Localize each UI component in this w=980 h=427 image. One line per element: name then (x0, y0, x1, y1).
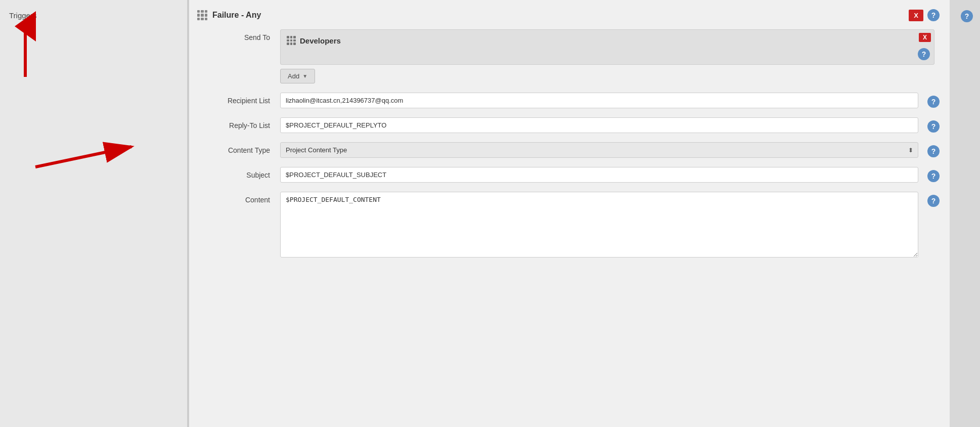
recipient-list-row: Recipient List ? (199, 93, 940, 108)
subject-label: Subject (199, 167, 280, 179)
recipient-list-control (280, 93, 918, 108)
content-label: Content (199, 192, 280, 204)
svg-line-3 (35, 147, 131, 167)
arrow-right-icon (30, 137, 142, 177)
content-control: $PROJECT_DEFAULT_CONTENT (280, 192, 918, 260)
left-panel: Triggers (0, 0, 187, 427)
send-to-card: Developers X ? (280, 29, 934, 65)
reply-to-help-circle[interactable]: ? (927, 120, 940, 133)
recipient-list-label: Recipient List (199, 93, 280, 105)
reply-to-label: Reply-To List (199, 117, 280, 130)
developers-name: Developers (300, 36, 341, 45)
recipient-list-input[interactable] (280, 93, 918, 108)
reply-to-input[interactable] (280, 117, 918, 133)
subject-row: Subject ? (199, 167, 940, 183)
send-to-item: Developers (287, 36, 928, 45)
reply-to-control (280, 117, 918, 133)
arrow-up-icon (15, 21, 46, 82)
right-help-panel: ? (950, 0, 980, 427)
content-textarea[interactable]: $PROJECT_DEFAULT_CONTENT (280, 192, 918, 258)
subject-control (280, 167, 918, 183)
content-type-help-circle[interactable]: ? (927, 145, 940, 157)
send-to-close-button[interactable]: X (919, 33, 931, 42)
content-type-help-icon[interactable]: ? (923, 145, 940, 157)
reply-to-help-icon[interactable]: ? (923, 120, 940, 133)
form-body: Send To Developers X ? Add (189, 29, 950, 279)
content-help-icon[interactable]: ? (923, 195, 940, 207)
content-row: Content $PROJECT_DEFAULT_CONTENT ? (199, 192, 940, 260)
panel-header: Failure - Any X ? (189, 0, 950, 29)
content-type-control: Project Content Type ⬍ (280, 142, 918, 158)
recipient-help-circle[interactable]: ? (927, 96, 940, 108)
content-type-select[interactable]: Project Content Type (280, 142, 918, 158)
send-to-help-icon[interactable]: ? (918, 48, 930, 60)
panel-help-icon[interactable]: ? (927, 9, 940, 21)
subject-input[interactable] (280, 167, 918, 183)
send-to-row: Send To Developers X ? Add (199, 29, 940, 83)
reply-to-row: Reply-To List ? (199, 117, 940, 133)
content-type-row: Content Type Project Content Type ⬍ ? (199, 142, 940, 158)
recipient-list-help-icon[interactable]: ? (923, 96, 940, 108)
triggers-label: Triggers (9, 11, 36, 20)
subject-help-circle[interactable]: ? (927, 170, 940, 182)
add-button[interactable]: Add ▼ (280, 69, 315, 83)
send-to-control: Developers X ? Add ▼ (280, 29, 934, 83)
subject-help-icon[interactable]: ? (923, 170, 940, 182)
panel-close-button[interactable]: X (909, 10, 923, 21)
add-chevron-icon: ▼ (302, 73, 307, 79)
content-help-circle[interactable]: ? (927, 195, 940, 207)
content-type-label: Content Type (199, 142, 280, 154)
right-help-icon[interactable]: ? (961, 10, 973, 22)
send-to-label: Send To (199, 29, 280, 41)
header-grid-icon (197, 10, 207, 20)
panel-title: Failure - Any (212, 11, 909, 20)
main-panel: Failure - Any X ? Send To Developers (189, 0, 950, 427)
developers-grid-icon (287, 36, 296, 45)
